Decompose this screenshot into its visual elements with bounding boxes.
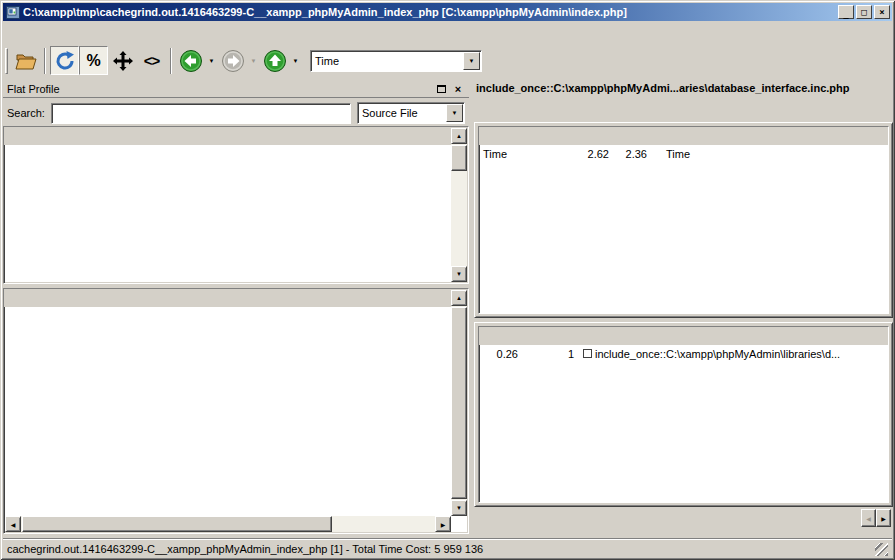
callees-table-header bbox=[479, 327, 888, 345]
self-cell: 2.36 bbox=[613, 148, 651, 160]
event-type-cell: Time bbox=[479, 148, 567, 160]
short-cell: Time bbox=[651, 148, 705, 160]
scroll-down-icon[interactable]: ▼ bbox=[451, 500, 467, 516]
resize-grip-icon[interactable] bbox=[875, 543, 888, 556]
toolbar-separator bbox=[170, 48, 172, 74]
incl-cell: 2.62 bbox=[567, 148, 613, 160]
function-rows bbox=[5, 308, 451, 516]
reload-button[interactable] bbox=[50, 46, 79, 75]
tab-scrollers: ◀ ▶ bbox=[861, 509, 891, 527]
expand-areas-button[interactable] bbox=[108, 46, 137, 75]
source-file-list: ▲ ▼ bbox=[3, 126, 469, 284]
file-list-vscrollbar[interactable]: ▲ ▼ bbox=[451, 128, 467, 282]
types-table-header bbox=[479, 127, 888, 145]
open-folder-icon bbox=[15, 51, 37, 71]
function-list: ▲ ▼ ◀ ▶ bbox=[3, 288, 469, 534]
reload-icon bbox=[54, 50, 76, 72]
group-selector[interactable]: Source File ▼ bbox=[357, 102, 465, 124]
scroll-down-icon[interactable]: ▼ bbox=[451, 266, 467, 282]
dock-header[interactable]: Flat Profile × bbox=[3, 80, 469, 98]
search-label: Search: bbox=[7, 107, 45, 119]
time-cell: 0.26 bbox=[479, 348, 523, 360]
types-pane: Time 2.62 2.36 Time bbox=[474, 122, 893, 318]
detail-tab-bar bbox=[476, 101, 891, 123]
detail-panel: include_once::C:\xampp\phpMyAdmi...aries… bbox=[474, 80, 893, 536]
callees-table: 0.26 1 include_once::C:\xampp\phpMyAdmin… bbox=[478, 326, 889, 503]
toolbar: % <> ▼ ▼ bbox=[3, 43, 892, 78]
up-icon bbox=[263, 49, 287, 73]
back-button[interactable] bbox=[176, 46, 205, 75]
cycle-detection-icon: <> bbox=[144, 52, 160, 69]
scroll-up-icon[interactable]: ▲ bbox=[451, 128, 467, 144]
dock-title: Flat Profile bbox=[7, 83, 431, 95]
chevron-down-icon[interactable]: ▼ bbox=[446, 104, 463, 122]
types-row[interactable]: Time 2.62 2.36 Time bbox=[479, 145, 888, 162]
flat-profile-dock: Flat Profile × Search: Source File ▼ ▲ ▼ bbox=[3, 80, 469, 536]
types-table: Time 2.62 2.36 Time bbox=[478, 126, 889, 314]
source-file-list-header bbox=[4, 127, 468, 145]
group-selector-value: Source File bbox=[358, 107, 446, 119]
search-row: Search: Source File ▼ bbox=[3, 100, 469, 126]
float-dock-icon[interactable] bbox=[434, 82, 448, 95]
back-icon bbox=[179, 49, 203, 73]
scrollbar-thumb[interactable] bbox=[451, 307, 467, 499]
up-button[interactable] bbox=[260, 46, 289, 75]
maximize-button-icon[interactable]: □ bbox=[856, 5, 872, 19]
percent-icon: % bbox=[86, 52, 100, 70]
open-file-button[interactable] bbox=[11, 46, 40, 75]
function-list-vscrollbar[interactable]: ▲ ▼ bbox=[451, 290, 467, 516]
move-icon bbox=[112, 50, 134, 72]
scroll-left-icon[interactable]: ◀ bbox=[5, 516, 21, 532]
cycle-detection-button[interactable]: <> bbox=[137, 46, 166, 75]
event-type-selector-value: Time bbox=[311, 55, 463, 67]
selected-item-title: include_once::C:\xampp\phpMyAdmi...aries… bbox=[476, 82, 891, 98]
chevron-down-icon[interactable]: ▼ bbox=[463, 52, 480, 70]
toolbar-separator bbox=[44, 48, 46, 74]
function-list-header bbox=[4, 289, 468, 307]
scrollbar-thumb[interactable] bbox=[22, 516, 332, 532]
source-file-rows bbox=[5, 146, 451, 282]
callee-cell: include_once::C:\xampp\phpMyAdmin\librar… bbox=[595, 348, 840, 360]
toolbar-handle[interactable] bbox=[5, 48, 8, 74]
window-title: C:\xampp\tmp\cachegrind.out.1416463299-C… bbox=[23, 6, 834, 18]
status-text: cachegrind.out.1416463299-C__xampp_phpMy… bbox=[7, 543, 875, 555]
function-color-swatch bbox=[583, 349, 592, 358]
forward-button[interactable] bbox=[218, 46, 247, 75]
app-icon bbox=[6, 6, 20, 19]
function-list-hscrollbar[interactable]: ◀ ▶ bbox=[5, 516, 451, 532]
scroll-right-icon[interactable]: ▶ bbox=[435, 516, 451, 532]
title-bar[interactable]: C:\xampp\tmp\cachegrind.out.1416463299-C… bbox=[3, 3, 892, 21]
count-cell: 1 bbox=[523, 348, 579, 360]
close-dock-icon[interactable]: × bbox=[451, 82, 465, 95]
detail-bottom-tab-bar bbox=[476, 508, 891, 530]
minimize-button-icon[interactable]: _ bbox=[838, 5, 854, 19]
tab-scroll-right-icon[interactable]: ▶ bbox=[876, 509, 891, 527]
callee-row[interactable]: 0.26 1 include_once::C:\xampp\phpMyAdmin… bbox=[479, 345, 888, 362]
callees-pane: 0.26 1 include_once::C:\xampp\phpMyAdmin… bbox=[474, 322, 893, 507]
forward-dropdown-icon[interactable]: ▼ bbox=[247, 46, 260, 75]
search-input[interactable] bbox=[51, 103, 351, 124]
percentage-button[interactable]: % bbox=[79, 46, 108, 75]
forward-icon bbox=[221, 49, 245, 73]
tab-scroll-left-icon[interactable]: ◀ bbox=[861, 509, 876, 527]
menu-bar bbox=[3, 21, 892, 43]
scrollbar-thumb[interactable] bbox=[451, 145, 467, 171]
scroll-up-icon[interactable]: ▲ bbox=[451, 290, 467, 306]
status-bar: cachegrind.out.1416463299-C__xampp_phpMy… bbox=[3, 538, 892, 557]
back-dropdown-icon[interactable]: ▼ bbox=[205, 46, 218, 75]
event-type-selector[interactable]: Time ▼ bbox=[310, 50, 482, 72]
app-window: C:\xampp\tmp\cachegrind.out.1416463299-C… bbox=[0, 0, 895, 560]
close-button-icon[interactable]: × bbox=[874, 5, 890, 19]
up-dropdown-icon[interactable]: ▼ bbox=[289, 46, 302, 75]
